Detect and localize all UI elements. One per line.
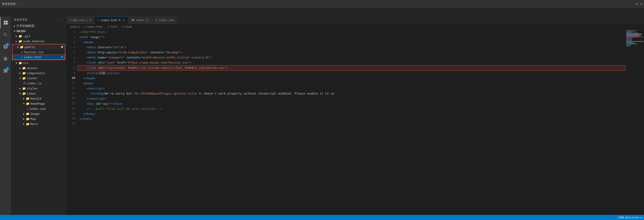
src-label: src (23, 61, 28, 65)
sidebar-item-styles[interactable]: ▶ 📁 styles (11, 86, 66, 91)
folder-icon: 📁 (22, 92, 26, 95)
code-line-13: <strong>We're sorry but <%= htmlWebpackP… (78, 91, 626, 96)
editor-area: ◈ App.vue 2, M ◇ index.html M × JS index… (66, 16, 644, 215)
sidebar-item-router-indexjs[interactable]: JS index.js (11, 81, 66, 86)
sidebar-item-node-modules[interactable]: ▶ 📁 node_modules (11, 39, 66, 44)
vue-file-icon: ◈ (27, 107, 28, 110)
caret-icon: ▶ (20, 87, 21, 90)
editor-tabs: ◈ App.vue 2, M ◇ index.html M × JS index… (66, 16, 644, 24)
caret-icon: ▶ (23, 123, 24, 125)
js-file-icon: JS (23, 82, 26, 85)
router-label: router (27, 77, 38, 80)
code-line-1: <!DOCTYPE html> (78, 30, 626, 35)
status-bar: CSDN @Caroline-w (0, 215, 644, 220)
folder-icon: 📁 (26, 97, 30, 100)
breadcrumb-part-index-html[interactable]: index.html (86, 25, 103, 29)
tab-badge: M (119, 19, 120, 22)
map-label: Map (30, 117, 36, 121)
sidebar-baidu[interactable]: ▼ BAIDU (11, 29, 66, 34)
caret-icon: ▶ (14, 25, 15, 27)
breadcrumb-part-public[interactable]: public (70, 25, 80, 29)
main-area: 2 1 资源管理器 ··· ▶ 打开的编辑器 ▼ BAIDU (0, 16, 644, 215)
folder-icon: 📁 (20, 45, 24, 49)
sidebar-item-index-html[interactable]: ◇ index.html M (12, 55, 65, 60)
caret-icon: ▶ (20, 72, 21, 74)
code-line-2: <html lang=""> (78, 35, 626, 40)
tab-app-vue[interactable]: ◈ App.vue 2, M (66, 16, 95, 24)
index-html-label: index.html (24, 56, 42, 59)
sidebar-item-favicon[interactable]: ★ favicon.ico (12, 50, 65, 55)
sidebar-item-views[interactable]: ▼ 📁 views (11, 91, 66, 96)
activity-debug[interactable] (0, 53, 11, 64)
ext-badge: 1 (6, 67, 9, 70)
router-indexjs-label: index.js (27, 82, 42, 85)
caret-icon: ▶ (23, 118, 24, 120)
caret-icon: ▼ (17, 46, 18, 48)
git-badge: 2 (6, 43, 9, 46)
baidu-label: BAIDU (16, 29, 26, 33)
sidebar-item-homepage[interactable]: ▼ 📁 HomePage (11, 101, 66, 106)
tab-index-vue[interactable]: ◈ index.vue (152, 16, 177, 24)
folder-icon: 📁 (22, 66, 26, 70)
activity-search[interactable] (0, 29, 11, 40)
tab-label: index.vue (158, 19, 174, 22)
breadcrumb-part-html[interactable]: html (111, 25, 118, 29)
caret-icon: ▼ (16, 62, 17, 64)
folder-icon: 📁 (26, 117, 30, 121)
breadcrumb-part-html-icon: ◇ (84, 25, 86, 29)
tab-index-js[interactable]: JS index.js (128, 16, 152, 24)
tab-index-html[interactable]: ◇ index.html M × (95, 16, 128, 24)
caret-icon: ▶ (23, 113, 24, 115)
activity-git[interactable]: 2 (0, 41, 11, 52)
window-icon-2[interactable]: ⊡ (640, 2, 642, 6)
activity-explorer[interactable] (0, 17, 11, 28)
caret-icon: ▼ (20, 77, 21, 80)
sidebar-item-map[interactable]: ▶ 📁 Map (11, 116, 66, 121)
caret-icon: ▶ (23, 97, 24, 100)
line-numbers: 1 2 3 4 5 6 7 8 9 10 11 12 13 14 15 16 1… (66, 30, 78, 215)
sidebar-open-editors[interactable]: ▶ 打开的编辑器 (11, 23, 66, 29)
close-icon[interactable]: × (122, 19, 124, 22)
homepage-indexvue-label: index.vue (29, 107, 46, 110)
js-icon: JS (131, 19, 134, 22)
folder-icon: 📁 (22, 87, 26, 90)
sidebar-item-git[interactable]: ▶ 📁 .git (11, 34, 66, 39)
sidebar-item-image[interactable]: ▶ 📁 Image (11, 111, 66, 116)
sidebar-item-public[interactable]: ▼ 📁 public (12, 44, 65, 50)
breadcrumb-sep: › (81, 25, 83, 29)
title-bar-label: 资源管理器 (2, 2, 16, 6)
sidebar-item-more[interactable]: ▶ 📁 More (11, 121, 66, 126)
window-icon-1[interactable]: ⊞ (636, 2, 637, 6)
editor-content: 1 2 3 4 5 6 7 8 9 10 11 12 13 14 15 16 1… (66, 30, 644, 215)
tab-label: index.html (101, 19, 118, 22)
activity-extensions[interactable]: 1 (0, 65, 11, 76)
code-line-16: <!-- built files will be auto injected -… (78, 106, 626, 111)
sidebar-item-assets[interactable]: ▶ 📁 assets (11, 65, 66, 71)
caret-icon: ▶ (20, 67, 21, 69)
code-area[interactable]: <!DOCTYPE html> <html lang=""> <head> <m… (78, 30, 626, 215)
html-icon: ◇ (98, 19, 100, 22)
code-line-3: <head> (78, 40, 626, 45)
sidebar-item-hao123[interactable]: ▶ 📁 Hao123 (11, 96, 66, 101)
sidebar-header: 资源管理器 ··· (11, 16, 66, 23)
caret-icon: ▼ (23, 102, 24, 105)
sidebar-item-components[interactable]: ▶ 📁 components (11, 71, 66, 76)
breadcrumb-sep: › (104, 25, 106, 29)
hao123-label: Hao123 (30, 97, 41, 100)
sidebar: 资源管理器 ··· ▶ 打开的编辑器 ▼ BAIDU ▶ 📁 .git ▶ 📁 … (11, 16, 66, 215)
breadcrumb-part-head[interactable]: head (125, 25, 132, 29)
folder-icon: 📁 (18, 35, 22, 38)
tab-label: index.js (136, 19, 149, 22)
tab-badge: 2, M (86, 19, 91, 22)
code-line-18: </html> (78, 116, 626, 122)
sidebar-item-homepage-indexvue[interactable]: ◈ index.vue (11, 106, 66, 111)
title-bar-more[interactable]: ··· (17, 2, 22, 6)
breadcrumb-part-head-icon: ⟨⟩ (121, 25, 124, 29)
sidebar-item-router[interactable]: ▼ 📁 router (11, 76, 66, 81)
node-modules-label: node_modules (23, 40, 45, 43)
folder-icon: 📁 (22, 71, 26, 75)
code-line-7: <link rel="icon" href="https://www.baidu… (78, 60, 626, 65)
public-label: public (24, 45, 35, 49)
breadcrumb-sep: › (118, 25, 120, 29)
sidebar-item-src[interactable]: ▼ 📁 src (11, 60, 66, 65)
